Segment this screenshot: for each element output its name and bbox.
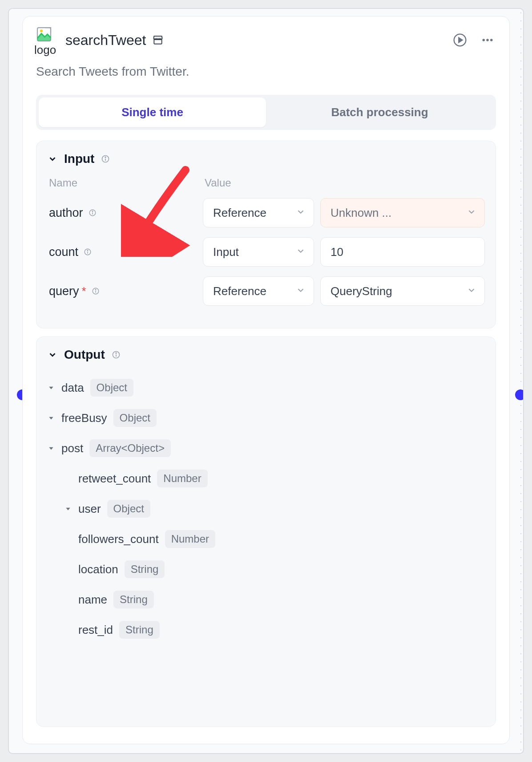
node-card: logo searchTweet (22, 16, 510, 744)
output-section-header[interactable]: Output (47, 348, 491, 362)
logo-alt-text: logo (34, 43, 56, 57)
node-description: Search Tweets from Twitter. (36, 65, 496, 79)
input-row-count: count Input (47, 237, 485, 267)
value-select-query-label: QueryString (330, 284, 392, 298)
input-name-query-text: query (49, 284, 79, 298)
tree-row-retweet-count[interactable]: retweet_count Number (47, 463, 482, 494)
mode-select-author[interactable]: Reference (203, 198, 314, 227)
svg-point-14 (92, 211, 93, 212)
run-button[interactable] (451, 32, 468, 49)
type-tag: String (113, 591, 154, 608)
mode-select-author-label: Reference (213, 206, 266, 220)
info-icon[interactable] (88, 208, 97, 218)
tree-row-rest-id[interactable]: rest_id String (47, 615, 482, 645)
input-column-headers: Name Value (47, 177, 485, 189)
svg-marker-28 (66, 508, 70, 511)
tree-name: location (78, 563, 118, 576)
node-title-text: searchTweet (65, 32, 146, 49)
type-tag: Object (113, 409, 157, 427)
logo-broken-image: logo (36, 29, 58, 51)
chevron-down-icon (467, 206, 476, 220)
tree-name: post (61, 442, 83, 455)
required-star: * (82, 284, 86, 298)
svg-point-24 (116, 353, 117, 353)
chevron-down-icon (296, 206, 306, 220)
chevron-down-icon (47, 154, 58, 164)
value-select-author-label: Unknown ... (330, 206, 391, 220)
tree-row-location[interactable]: location String (47, 554, 482, 584)
chevron-down-icon (296, 245, 306, 259)
svg-marker-26 (49, 417, 53, 420)
output-section-title: Output (64, 348, 105, 362)
caret-down-icon (47, 384, 55, 392)
type-tag: Number (157, 470, 207, 487)
svg-point-17 (87, 250, 88, 251)
svg-point-7 (486, 39, 489, 41)
mode-select-count[interactable]: Input (203, 237, 314, 267)
col-value-header: Value (205, 177, 485, 189)
input-section-header[interactable]: Input (47, 152, 485, 166)
more-button[interactable] (479, 32, 496, 49)
info-icon[interactable] (83, 247, 93, 257)
tab-batch-processing[interactable]: Batch processing (266, 97, 493, 127)
tree-row-freebusy[interactable]: freeBusy Object (47, 403, 482, 433)
input-row-author: author Reference Unknown ... (47, 198, 485, 227)
chevron-down-icon (47, 349, 58, 360)
chevron-down-icon (467, 284, 476, 298)
tree-row-followers-count[interactable]: followers_count Number (47, 524, 482, 554)
tree-name: name (78, 593, 107, 607)
info-icon[interactable] (91, 286, 101, 296)
value-select-query[interactable]: QueryString (320, 276, 485, 306)
tree-name: retweet_count (78, 472, 151, 486)
tree-name: user (78, 502, 101, 516)
type-tag: Number (165, 530, 215, 548)
type-tag: String (119, 621, 160, 639)
chevron-down-icon (296, 284, 306, 298)
value-input-count[interactable] (320, 237, 485, 267)
output-section: Output data Object freeBusy Object (36, 336, 496, 727)
info-icon[interactable] (101, 154, 110, 164)
store-icon[interactable] (151, 33, 165, 47)
input-name-count: count (47, 245, 194, 259)
svg-point-8 (490, 39, 493, 41)
header-actions (451, 32, 496, 49)
col-name-header: Name (49, 177, 196, 189)
tree-row-user[interactable]: user Object (47, 494, 482, 524)
tree-name: rest_id (78, 623, 113, 637)
dotted-guide (520, 9, 521, 753)
output-tree[interactable]: data Object freeBusy Object post Array<O… (47, 373, 491, 714)
svg-point-11 (105, 157, 106, 158)
svg-point-2 (40, 30, 43, 32)
caret-down-icon (47, 414, 55, 422)
svg-marker-25 (49, 387, 53, 389)
type-tag: Object (107, 500, 150, 518)
mode-tabs: Single time Batch processing (36, 95, 496, 130)
input-name-query: query* (47, 284, 194, 298)
input-section-title: Input (64, 152, 94, 166)
caret-down-icon (64, 505, 72, 513)
tree-name: freeBusy (61, 411, 107, 425)
input-name-count-text: count (49, 245, 78, 259)
svg-rect-3 (154, 40, 162, 44)
tree-row-data[interactable]: data Object (47, 373, 482, 403)
card-header: logo searchTweet (36, 29, 496, 51)
info-icon[interactable] (111, 350, 121, 360)
mode-select-query-label: Reference (213, 284, 266, 298)
tree-row-name[interactable]: name String (47, 584, 482, 615)
input-section: Input Name Value author (36, 141, 496, 328)
node-title: searchTweet (65, 32, 444, 49)
value-select-author[interactable]: Unknown ... (320, 198, 485, 227)
tree-name: followers_count (78, 532, 159, 546)
svg-point-20 (95, 289, 96, 290)
type-tag: Array<Object> (89, 439, 171, 457)
tree-row-post[interactable]: post Array<Object> (47, 433, 482, 463)
svg-marker-27 (49, 447, 53, 450)
connection-dot-right[interactable] (515, 389, 524, 400)
svg-marker-5 (459, 38, 462, 43)
mode-select-count-label: Input (213, 245, 239, 259)
value-input-count-field[interactable] (330, 245, 476, 259)
tab-single-time[interactable]: Single time (39, 97, 266, 127)
type-tag: Object (90, 379, 133, 397)
input-row-query: query* Reference QueryString (47, 276, 485, 306)
mode-select-query[interactable]: Reference (203, 276, 314, 306)
